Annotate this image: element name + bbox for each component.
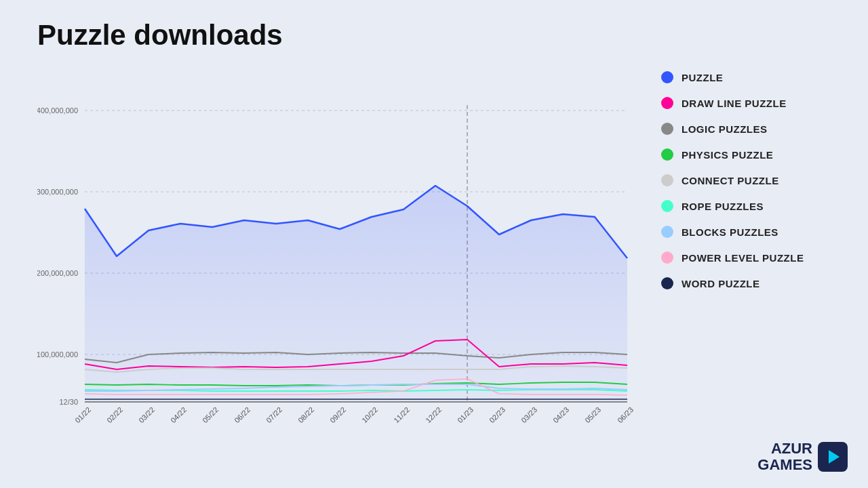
- svg-text:100,000,000: 100,000,000: [37, 350, 78, 359]
- legend-item: BLOCKS PUZZLES: [661, 226, 851, 238]
- svg-text:09/22: 09/22: [328, 405, 347, 424]
- svg-text:06/22: 06/22: [233, 405, 252, 424]
- svg-text:200,000,000: 200,000,000: [37, 269, 78, 277]
- legend-label: PUZZLE: [682, 72, 723, 83]
- legend-dot: [661, 148, 673, 161]
- legend-label: PHYSICS PUZZLE: [682, 149, 773, 161]
- legend-item: PUZZLE: [661, 71, 851, 83]
- legend-item: CONNECT PUZZLE: [661, 174, 851, 186]
- svg-text:01/22: 01/22: [73, 405, 92, 424]
- legend: PUZZLE DRAW LINE PUZZLE LOGIC PUZZLES PH…: [661, 71, 851, 303]
- page-title: Puzzle downloads: [37, 19, 283, 52]
- legend-label: ROPE PUZZLES: [682, 201, 764, 212]
- chart-svg: 400,000,000 300,000,000 200,000,000 100,…: [37, 71, 648, 430]
- svg-text:05/22: 05/22: [201, 405, 220, 424]
- legend-label: BLOCKS PUZZLES: [682, 226, 778, 238]
- legend-item: LOGIC PUZZLES: [661, 123, 851, 135]
- legend-item: PHYSICS PUZZLE: [661, 148, 851, 161]
- svg-text:04/22: 04/22: [169, 405, 188, 424]
- azur-logo: AZUR GAMES: [757, 441, 848, 473]
- legend-label: POWER LEVEL PUZZLE: [682, 252, 804, 264]
- legend-label: WORD PUZZLE: [682, 278, 760, 289]
- legend-dot: [661, 123, 673, 135]
- azur-text: AZUR GAMES: [757, 441, 812, 473]
- legend-item: POWER LEVEL PUZZLE: [661, 251, 851, 264]
- legend-dot: [661, 97, 673, 109]
- svg-text:02/22: 02/22: [105, 405, 124, 424]
- svg-text:10/22: 10/22: [360, 405, 379, 424]
- svg-text:12/22: 12/22: [424, 405, 443, 424]
- svg-text:02/23: 02/23: [488, 405, 507, 424]
- svg-text:12/30: 12/30: [59, 398, 78, 406]
- chart-area: 400,000,000 300,000,000 200,000,000 100,…: [37, 71, 648, 430]
- legend-label: CONNECT PUZZLE: [682, 175, 779, 186]
- svg-text:01/23: 01/23: [456, 405, 475, 424]
- legend-item: WORD PUZZLE: [661, 277, 851, 289]
- legend-dot: [661, 226, 673, 238]
- svg-text:400,000,000: 400,000,000: [37, 106, 78, 115]
- legend-label: DRAW LINE PUZZLE: [682, 98, 787, 109]
- svg-text:03/22: 03/22: [137, 405, 156, 424]
- svg-text:03/23: 03/23: [519, 405, 538, 424]
- svg-text:11/22: 11/22: [392, 405, 411, 424]
- svg-text:07/22: 07/22: [264, 405, 283, 424]
- legend-dot: [661, 71, 673, 83]
- legend-dot: [661, 251, 673, 264]
- svg-text:300,000,000: 300,000,000: [37, 188, 78, 196]
- legend-dot: [661, 174, 673, 186]
- svg-text:06/23: 06/23: [616, 405, 635, 424]
- legend-dot: [661, 200, 673, 212]
- legend-label: LOGIC PUZZLES: [682, 123, 768, 135]
- svg-text:08/22: 08/22: [296, 405, 315, 424]
- azur-play-icon: [818, 442, 848, 472]
- svg-text:05/23: 05/23: [583, 405, 602, 424]
- legend-dot: [661, 277, 673, 289]
- legend-item: ROPE PUZZLES: [661, 200, 851, 212]
- legend-item: DRAW LINE PUZZLE: [661, 97, 851, 109]
- svg-text:04/23: 04/23: [551, 405, 570, 424]
